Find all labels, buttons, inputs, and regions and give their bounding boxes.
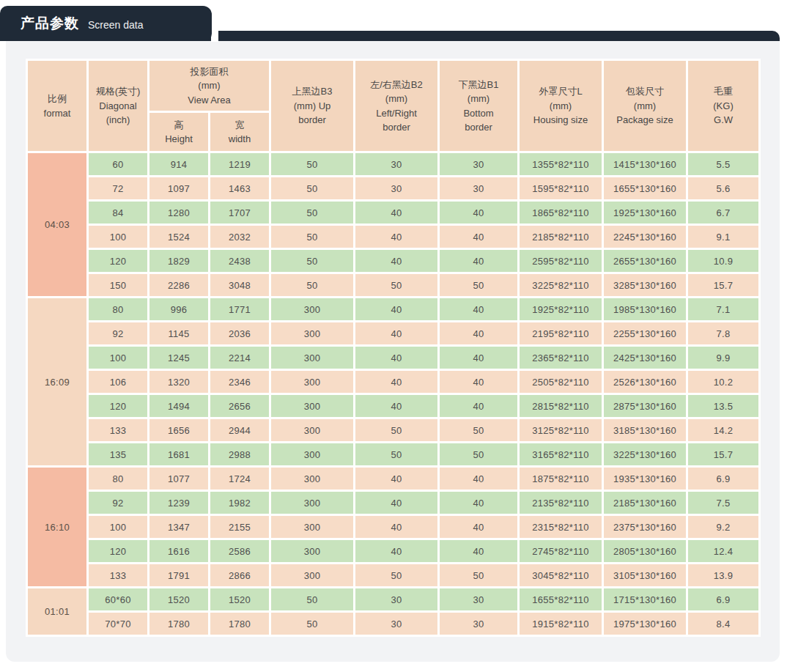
cell-height: 1494 xyxy=(149,395,208,417)
cell-bottom-border: 40 xyxy=(440,540,517,562)
table-row: 1201494265630040402815*82*1102875*130*16… xyxy=(28,395,758,417)
cell-left-right-border: 40 xyxy=(355,322,437,344)
cell-housing-size: 2595*82*110 xyxy=(520,250,602,272)
cell-package-size: 3185*130*160 xyxy=(604,419,686,441)
cell-left-right-border: 50 xyxy=(355,274,437,296)
cell-housing-size: 1915*82*110 xyxy=(520,613,602,635)
cell-width: 1982 xyxy=(210,492,269,514)
header-left-right-border: 左/右黑边B2 (mm) Left/Right border xyxy=(355,61,437,151)
cell-package-size: 1975*130*160 xyxy=(604,613,686,635)
cell-left-right-border: 40 xyxy=(355,395,437,417)
table-row: 16:0980996177130040401925*82*1101985*130… xyxy=(28,298,758,320)
cell-gross-weight: 7.8 xyxy=(688,322,758,344)
cell-bottom-border: 40 xyxy=(440,468,517,490)
cell-diagonal: 92 xyxy=(89,322,147,344)
cell-width: 1724 xyxy=(210,468,269,490)
header-width: 宽 width xyxy=(210,113,269,151)
cell-package-size: 1655*130*160 xyxy=(604,177,686,199)
cell-up-border: 50 xyxy=(271,588,353,610)
cell-package-size: 1925*130*160 xyxy=(604,202,686,224)
cell-gross-weight: 7.5 xyxy=(688,492,758,514)
cell-left-right-border: 50 xyxy=(355,564,437,586)
cell-left-right-border: 40 xyxy=(355,371,437,393)
cell-housing-size: 2315*82*110 xyxy=(520,516,602,538)
cell-package-size: 2245*130*160 xyxy=(604,226,686,248)
header-view-area: 投影面积 (mm) View Area xyxy=(149,61,269,111)
cell-housing-size: 2195*82*110 xyxy=(520,322,602,344)
table-row: 1351681298830050503165*82*1103225*130*16… xyxy=(28,443,758,465)
cell-left-right-border: 40 xyxy=(355,468,437,490)
table-row: 1001347215530040402315*82*1102375*130*16… xyxy=(28,516,758,538)
cell-bottom-border: 50 xyxy=(440,419,517,441)
header-housing-size: 外罩尺寸L (mm) Housing size xyxy=(520,61,602,151)
cell-diagonal: 80 xyxy=(89,468,147,490)
cell-housing-size: 1655*82*110 xyxy=(520,588,602,610)
cell-height: 1791 xyxy=(149,564,208,586)
cell-up-border: 50 xyxy=(271,202,353,224)
cell-width: 2866 xyxy=(210,564,269,586)
cell-bottom-border: 30 xyxy=(440,613,517,635)
cell-gross-weight: 9.1 xyxy=(688,226,758,248)
cell-width: 2988 xyxy=(210,443,269,465)
cell-housing-size: 3045*82*110 xyxy=(520,564,602,586)
cell-package-size: 2655*130*160 xyxy=(604,250,686,272)
cell-left-right-border: 30 xyxy=(355,588,437,610)
cell-bottom-border: 40 xyxy=(440,298,517,320)
table-row: 921145203630040402195*82*1102255*130*160… xyxy=(28,322,758,344)
cell-package-size: 2875*130*160 xyxy=(604,395,686,417)
cell-left-right-border: 40 xyxy=(355,250,437,272)
cell-diagonal: 100 xyxy=(89,226,147,248)
cell-diagonal: 84 xyxy=(89,202,147,224)
cell-housing-size: 1355*82*110 xyxy=(520,153,602,175)
cell-gross-weight: 13.9 xyxy=(688,564,758,586)
cell-up-border: 300 xyxy=(271,516,353,538)
cell-diagonal: 60 xyxy=(89,153,147,175)
cell-up-border: 50 xyxy=(271,226,353,248)
cell-housing-size: 1865*82*110 xyxy=(520,202,602,224)
cell-width: 2155 xyxy=(210,516,269,538)
cell-width: 3048 xyxy=(210,274,269,296)
cell-height: 1145 xyxy=(149,322,208,344)
cell-up-border: 300 xyxy=(271,540,353,562)
cell-height: 1829 xyxy=(149,250,208,272)
cell-housing-size: 2745*82*110 xyxy=(520,540,602,562)
cell-up-border: 300 xyxy=(271,443,353,465)
format-group-cell: 16:09 xyxy=(28,298,86,465)
cell-width: 1219 xyxy=(210,153,269,175)
cell-left-right-border: 30 xyxy=(355,153,437,175)
cell-bottom-border: 40 xyxy=(440,322,517,344)
cell-up-border: 50 xyxy=(271,153,353,175)
cell-left-right-border: 30 xyxy=(355,177,437,199)
cell-left-right-border: 40 xyxy=(355,347,437,369)
cell-bottom-border: 40 xyxy=(440,226,517,248)
cell-gross-weight: 10.2 xyxy=(688,371,758,393)
cell-package-size: 3105*130*160 xyxy=(604,564,686,586)
cell-up-border: 300 xyxy=(271,468,353,490)
table-row: 1331656294430050503125*82*1103185*130*16… xyxy=(28,419,758,441)
cell-gross-weight: 6.7 xyxy=(688,202,758,224)
cell-height: 1616 xyxy=(149,540,208,562)
cell-housing-size: 2365*82*110 xyxy=(520,347,602,369)
cell-width: 2214 xyxy=(210,347,269,369)
cell-bottom-border: 50 xyxy=(440,564,517,586)
cell-bottom-border: 40 xyxy=(440,492,517,514)
cell-height: 1524 xyxy=(149,226,208,248)
cell-bottom-border: 40 xyxy=(440,371,517,393)
cell-up-border: 300 xyxy=(271,371,353,393)
header-height: 高 Height xyxy=(149,113,208,151)
cell-housing-size: 3125*82*110 xyxy=(520,419,602,441)
cell-height: 1077 xyxy=(149,468,208,490)
cell-height: 1681 xyxy=(149,443,208,465)
table-row: 1061320234630040402505*82*1102526*130*16… xyxy=(28,371,758,393)
cell-package-size: 3285*130*160 xyxy=(604,274,686,296)
cell-up-border: 50 xyxy=(271,274,353,296)
format-group-cell: 01:01 xyxy=(28,588,86,635)
cell-bottom-border: 40 xyxy=(440,202,517,224)
cell-left-right-border: 30 xyxy=(355,613,437,635)
cell-bottom-border: 40 xyxy=(440,395,517,417)
cell-width: 1780 xyxy=(210,613,269,635)
table-row: 70*70178017805030301915*82*1101975*130*1… xyxy=(28,613,758,635)
header-package-size: 包装尺寸 (mm) Package size xyxy=(604,61,686,151)
cell-housing-size: 1925*82*110 xyxy=(520,298,602,320)
cell-up-border: 300 xyxy=(271,395,353,417)
